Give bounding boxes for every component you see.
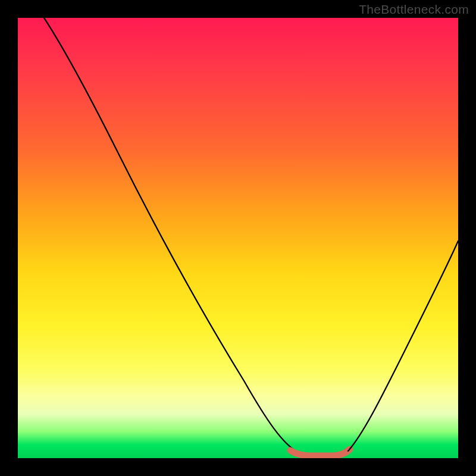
right-curve	[348, 241, 458, 451]
watermark-text: TheBottleneck.com	[359, 2, 469, 17]
plot-area	[18, 18, 458, 458]
trough-marker	[290, 449, 350, 456]
chart-frame: TheBottleneck.com	[0, 0, 476, 476]
chart-svg	[18, 18, 458, 458]
left-curve	[44, 18, 298, 452]
